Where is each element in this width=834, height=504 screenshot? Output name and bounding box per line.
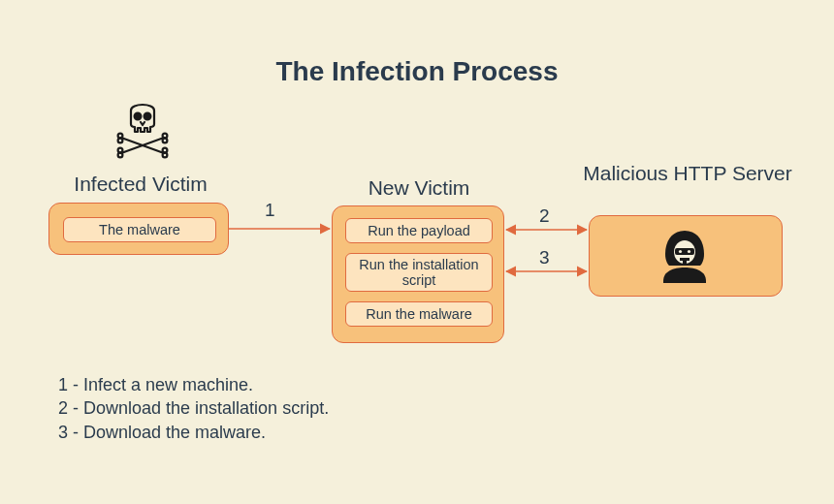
infected-victim-node: The malware (48, 203, 229, 255)
arrow-1-label: 1 (265, 200, 275, 221)
infected-victim-step: The malware (63, 217, 216, 242)
svg-point-9 (118, 153, 123, 158)
new-victim-step-2: Run the installation script (345, 253, 493, 292)
svg-point-15 (688, 250, 690, 253)
legend-item-1: 1 - Infect a new machine. (58, 373, 329, 396)
new-victim-step-1: Run the payload (345, 218, 493, 243)
arrow-2-label: 2 (539, 205, 550, 227)
svg-point-14 (679, 250, 682, 253)
skull-crossbones-icon (112, 97, 174, 159)
new-victim-node: Run the payload Run the installation scr… (332, 205, 504, 343)
infected-victim-label: Infected Victim (44, 173, 238, 196)
legend: 1 - Infect a new machine. 2 - Download t… (58, 373, 329, 444)
svg-point-11 (163, 139, 168, 143)
server-label: Malicious HTTP Server (576, 162, 799, 185)
new-victim-step-3: Run the malware (345, 301, 493, 327)
new-victim-label: New Victim (332, 176, 506, 200)
diagram-title: The Infection Process (0, 56, 834, 87)
svg-point-6 (163, 153, 168, 158)
hacker-icon (654, 225, 716, 287)
legend-item-3: 3 - Download the malware. (58, 421, 329, 444)
svg-point-1 (144, 113, 151, 120)
svg-rect-13 (675, 248, 694, 255)
svg-point-0 (135, 113, 142, 120)
legend-item-2: 2 - Download the installation script. (58, 396, 329, 420)
svg-point-4 (118, 139, 123, 143)
arrow-3-label: 3 (539, 247, 550, 268)
